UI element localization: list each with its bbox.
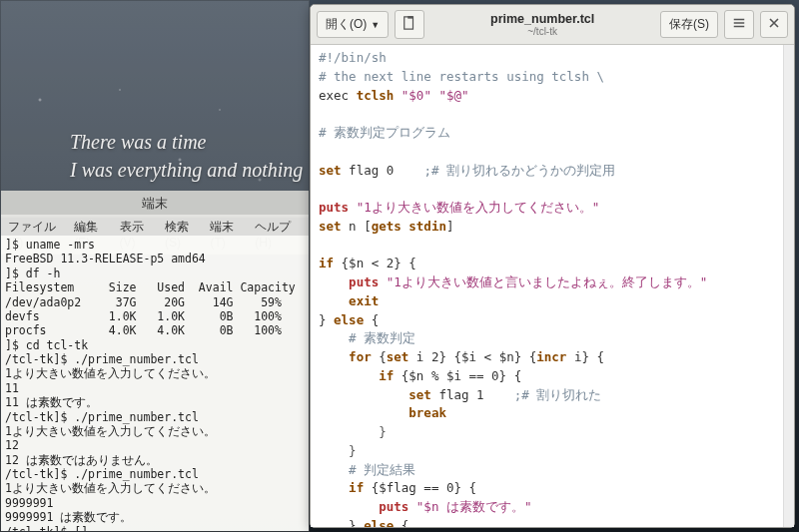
code-line: exec tclsh "$0" "$@"	[319, 88, 469, 103]
terminal-window[interactable]: 端末 ファイル(F) 編集(E) 表示(V) 検索(S) 端末(T) ヘルプ(H…	[0, 0, 310, 532]
code-line: if {$n < 2} {	[319, 256, 416, 270]
code-line: } else {	[319, 312, 379, 327]
open-button-label: 開く(O)	[326, 16, 367, 33]
editor-filename: prime_number.tcl	[430, 12, 654, 26]
editor-filepath: ~/tcl-tk	[430, 26, 654, 38]
code-line: # 判定結果	[319, 462, 415, 477]
new-document-button[interactable]	[395, 10, 424, 39]
editor-window[interactable]: 開く(O) ▼ prime_number.tcl ~/tcl-tk 保存(S) …	[310, 4, 795, 528]
code-line: # the next line restarts using tclsh \	[319, 69, 604, 84]
close-icon	[768, 17, 780, 32]
code-line: puts "$n は素数です。"	[319, 499, 531, 514]
terminal-title-text: 端末	[142, 196, 168, 211]
code-line: # 素数判定プログラム	[319, 125, 450, 140]
code-line: } else {	[319, 518, 408, 527]
code-line: set n [gets stdin]	[319, 219, 453, 234]
code-line: # 素数判定	[319, 330, 415, 345]
code-line: puts "1より大きい数値と言いましたよねぇ。終了します。"	[319, 274, 707, 289]
editor-code-area[interactable]: #!/bin/sh # the next line restarts using…	[311, 45, 783, 527]
editor-toolbar: 開く(O) ▼ prime_number.tcl ~/tcl-tk 保存(S)	[311, 5, 794, 45]
code-line: set flag 1 ;# 割り切れた	[319, 387, 601, 402]
editor-title: prime_number.tcl ~/tcl-tk	[430, 12, 654, 38]
svg-rect-1	[408, 16, 413, 19]
code-line: set flag 0 ;# 割り切れるかどうかの判定用	[319, 163, 615, 178]
save-button[interactable]: 保存(S)	[660, 11, 718, 38]
open-button[interactable]: 開く(O) ▼	[317, 11, 389, 38]
svg-rect-0	[404, 17, 413, 29]
code-line: #!/bin/sh	[319, 50, 387, 65]
code-line: exit	[319, 293, 379, 308]
code-line: }	[319, 443, 357, 458]
close-button[interactable]	[760, 11, 788, 38]
save-button-label: 保存(S)	[669, 16, 709, 33]
document-icon	[402, 16, 416, 33]
code-line: }	[319, 424, 387, 439]
chevron-down-icon: ▼	[371, 20, 380, 30]
terminal-output[interactable]: ]$ uname -mrs FreeBSD 11.3-RELEASE-p5 am…	[1, 236, 309, 531]
terminal-titlebar[interactable]: 端末	[1, 191, 309, 218]
hamburger-icon	[732, 16, 746, 33]
code-line: puts "1より大きい数値を入力してください。"	[319, 200, 599, 215]
code-line: if {$flag == 0} {	[319, 480, 476, 495]
code-line: if {$n % $i == 0} {	[319, 368, 521, 383]
code-line: for {set i 2} {$i < $n} {incr i} {	[319, 349, 604, 364]
editor-scrollbar[interactable]	[783, 45, 794, 527]
hamburger-menu-button[interactable]	[724, 10, 754, 39]
code-line: break	[319, 405, 446, 420]
